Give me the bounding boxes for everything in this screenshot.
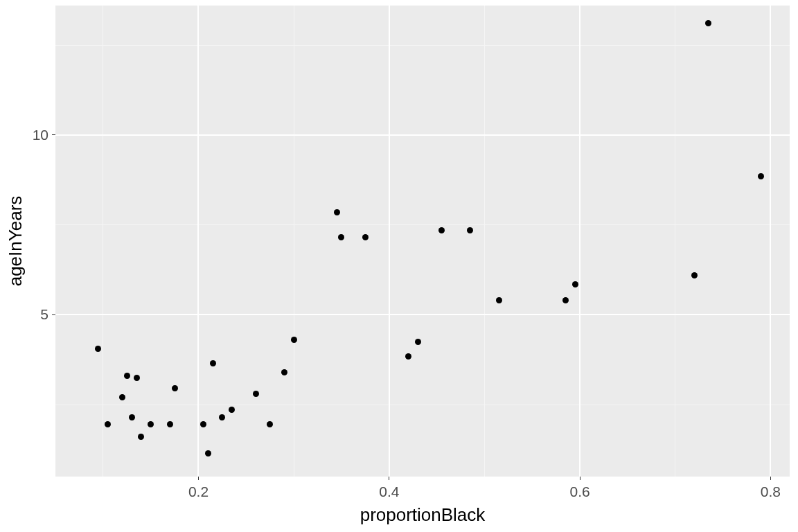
gridline-minor-v bbox=[484, 6, 485, 477]
data-point bbox=[705, 20, 711, 26]
gridline-major-v bbox=[197, 6, 199, 477]
data-point bbox=[200, 421, 206, 427]
data-point bbox=[562, 297, 569, 303]
gridline-minor-v bbox=[103, 6, 103, 477]
data-point bbox=[138, 434, 144, 440]
data-point bbox=[758, 173, 764, 179]
gridline-major-v bbox=[770, 6, 771, 477]
data-point bbox=[172, 385, 178, 391]
data-point bbox=[496, 297, 502, 303]
gridline-minor-h bbox=[55, 224, 790, 225]
x-tick bbox=[580, 477, 580, 480]
x-tick-label: 0.6 bbox=[570, 484, 590, 500]
data-point bbox=[438, 227, 445, 233]
x-axis-title: proportionBlack bbox=[360, 504, 486, 526]
x-tick-label: 0.2 bbox=[188, 484, 209, 500]
y-tick-label: 5 bbox=[40, 306, 48, 323]
gridline-major-h bbox=[55, 134, 790, 136]
x-tick bbox=[198, 477, 199, 480]
x-tick bbox=[770, 477, 771, 480]
gridline-minor-v bbox=[675, 6, 675, 477]
gridline-minor-h bbox=[55, 45, 790, 46]
gridline-major-v bbox=[389, 6, 390, 477]
data-point bbox=[105, 421, 111, 427]
data-point bbox=[134, 375, 140, 381]
gridline-major-h bbox=[55, 314, 790, 315]
x-tick-label: 0.4 bbox=[379, 484, 399, 500]
data-point bbox=[691, 272, 698, 278]
data-point bbox=[229, 407, 235, 413]
data-point bbox=[129, 414, 135, 420]
data-point bbox=[334, 209, 340, 215]
gridline-major-v bbox=[579, 6, 580, 477]
data-point bbox=[253, 391, 259, 397]
data-point bbox=[119, 394, 125, 400]
data-point bbox=[95, 346, 101, 352]
x-tick bbox=[389, 477, 389, 480]
data-point bbox=[415, 339, 421, 345]
data-point bbox=[148, 421, 154, 427]
scatter-chart: ageInYears proportionBlack 0.20.40.60.85… bbox=[0, 0, 798, 532]
data-point bbox=[362, 234, 369, 240]
x-tick-label: 0.8 bbox=[761, 484, 781, 500]
plot-panel bbox=[55, 6, 790, 477]
gridline-minor-h bbox=[55, 405, 790, 405]
gridline-minor-v bbox=[294, 6, 294, 477]
data-point bbox=[405, 353, 411, 360]
data-point bbox=[219, 414, 225, 420]
data-point bbox=[281, 369, 287, 375]
data-point bbox=[467, 227, 473, 233]
data-point bbox=[291, 337, 297, 343]
data-point bbox=[572, 281, 578, 287]
data-point bbox=[338, 234, 344, 240]
data-point bbox=[210, 360, 216, 366]
data-point bbox=[124, 373, 130, 379]
data-point bbox=[205, 450, 211, 456]
data-point bbox=[167, 421, 173, 427]
y-tick bbox=[52, 134, 55, 135]
data-point bbox=[267, 421, 273, 427]
y-tick-label: 10 bbox=[33, 127, 48, 143]
y-tick bbox=[52, 314, 55, 315]
y-axis-title: ageInYears bbox=[5, 196, 26, 287]
